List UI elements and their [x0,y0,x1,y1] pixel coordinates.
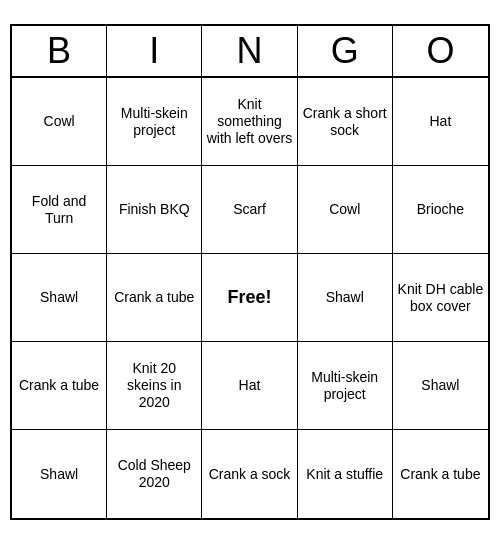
bingo-cell-14[interactable]: Knit DH cable box cover [393,254,488,342]
bingo-cell-9[interactable]: Brioche [393,166,488,254]
bingo-cell-1[interactable]: Multi-skein project [107,78,202,166]
bingo-cell-2[interactable]: Knit something with left overs [202,78,297,166]
bingo-cell-3[interactable]: Crank a short sock [298,78,393,166]
bingo-cell-23[interactable]: Knit a stuffie [298,430,393,518]
bingo-card: B I N G O CowlMulti-skein projectKnit so… [10,24,490,520]
header-i: I [107,26,202,76]
bingo-cell-10[interactable]: Shawl [12,254,107,342]
bingo-cell-20[interactable]: Shawl [12,430,107,518]
bingo-cell-5[interactable]: Fold and Turn [12,166,107,254]
header-n: N [202,26,297,76]
bingo-grid: CowlMulti-skein projectKnit something wi… [12,78,488,518]
bingo-cell-7[interactable]: Scarf [202,166,297,254]
bingo-cell-11[interactable]: Crank a tube [107,254,202,342]
bingo-cell-17[interactable]: Hat [202,342,297,430]
bingo-cell-8[interactable]: Cowl [298,166,393,254]
bingo-cell-21[interactable]: Cold Sheep 2020 [107,430,202,518]
bingo-cell-19[interactable]: Shawl [393,342,488,430]
header-g: G [298,26,393,76]
bingo-cell-13[interactable]: Shawl [298,254,393,342]
bingo-cell-16[interactable]: Knit 20 skeins in 2020 [107,342,202,430]
header-o: O [393,26,488,76]
header-b: B [12,26,107,76]
bingo-header: B I N G O [12,26,488,78]
bingo-cell-4[interactable]: Hat [393,78,488,166]
bingo-cell-22[interactable]: Crank a sock [202,430,297,518]
bingo-cell-24[interactable]: Crank a tube [393,430,488,518]
bingo-cell-0[interactable]: Cowl [12,78,107,166]
bingo-cell-6[interactable]: Finish BKQ [107,166,202,254]
bingo-cell-12[interactable]: Free! [202,254,297,342]
bingo-cell-18[interactable]: Multi-skein project [298,342,393,430]
bingo-cell-15[interactable]: Crank a tube [12,342,107,430]
